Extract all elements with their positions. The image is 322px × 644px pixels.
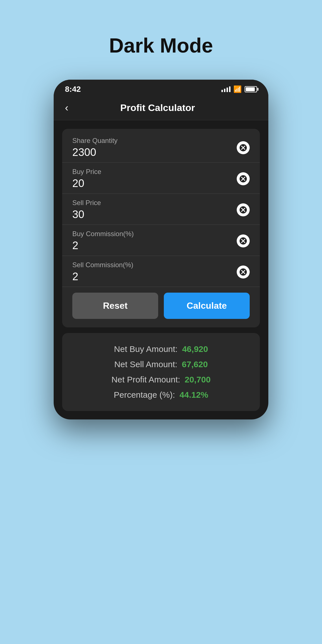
field-value-sell-price[interactable]: 30 <box>72 208 232 221</box>
page-title-label: Dark Mode <box>109 34 213 57</box>
clear-buy-price-button[interactable] <box>237 172 250 185</box>
reset-button[interactable]: Reset <box>72 293 158 319</box>
field-content-share-quantity: Share Quantity 2300 <box>72 137 232 158</box>
field-label-buy-commission: Buy Commission(%) <box>72 230 232 238</box>
result-value-3: 44.12% <box>180 390 208 400</box>
nav-bar: ‹ Profit Calculator <box>54 97 268 120</box>
clear-sell-commission-button[interactable] <box>237 266 250 279</box>
wifi-icon: 📶 <box>233 85 242 93</box>
calculate-button[interactable]: Calculate <box>164 293 250 319</box>
result-row-0: Net Buy Amount: 46,920 <box>76 344 246 354</box>
battery-icon <box>245 86 257 92</box>
field-value-buy-commission[interactable]: 2 <box>72 240 232 252</box>
phone-frame: 8:42 📶 ‹ Profit Calculator Share Quantit… <box>54 80 268 419</box>
field-value-buy-price[interactable]: 20 <box>72 177 232 190</box>
field-value-sell-commission[interactable]: 2 <box>72 271 232 283</box>
field-label-buy-price: Buy Price <box>72 168 232 176</box>
field-label-share-quantity: Share Quantity <box>72 137 232 145</box>
result-row-2: Net Profit Amount: 20,700 <box>76 375 246 384</box>
field-buy-commission: Buy Commission(%) 2 <box>62 225 260 256</box>
field-content-sell-commission: Sell Commission(%) 2 <box>72 261 232 283</box>
result-label-1: Net Sell Amount: <box>114 360 177 369</box>
result-value-1: 67,620 <box>182 360 208 369</box>
form-card: Share Quantity 2300 Buy Price 20 Sell Pr… <box>62 129 260 327</box>
result-value-2: 20,700 <box>185 375 211 384</box>
result-row-1: Net Sell Amount: 67,620 <box>76 360 246 369</box>
result-row-3: Percentage (%): 44.12% <box>76 390 246 400</box>
status-icons: 📶 <box>221 85 257 93</box>
field-buy-price: Buy Price 20 <box>62 163 260 194</box>
clear-sell-price-button[interactable] <box>237 203 250 216</box>
field-content-sell-price: Sell Price 30 <box>72 199 232 221</box>
field-content-buy-price: Buy Price 20 <box>72 168 232 190</box>
clear-buy-commission-button[interactable] <box>237 234 250 247</box>
field-sell-commission: Sell Commission(%) 2 <box>62 256 260 287</box>
field-label-sell-commission: Sell Commission(%) <box>72 261 232 269</box>
button-row: Reset Calculate <box>62 287 260 319</box>
signal-icon <box>221 86 230 92</box>
clear-share-quantity-button[interactable] <box>237 141 250 154</box>
field-share-quantity: Share Quantity 2300 <box>62 132 260 163</box>
result-label-0: Net Buy Amount: <box>114 344 178 354</box>
status-time: 8:42 <box>65 85 81 94</box>
field-content-buy-commission: Buy Commission(%) 2 <box>72 230 232 252</box>
results-card: Net Buy Amount: 46,920 Net Sell Amount: … <box>62 333 260 411</box>
status-bar: 8:42 📶 <box>54 80 268 97</box>
result-label-2: Net Profit Amount: <box>111 375 180 384</box>
field-label-sell-price: Sell Price <box>72 199 232 207</box>
nav-title: Profit Calculator <box>74 102 241 113</box>
result-label-3: Percentage (%): <box>114 390 175 400</box>
result-value-0: 46,920 <box>182 344 208 354</box>
back-button[interactable]: ‹ <box>65 103 68 113</box>
field-value-share-quantity[interactable]: 2300 <box>72 146 232 158</box>
field-sell-price: Sell Price 30 <box>62 194 260 225</box>
